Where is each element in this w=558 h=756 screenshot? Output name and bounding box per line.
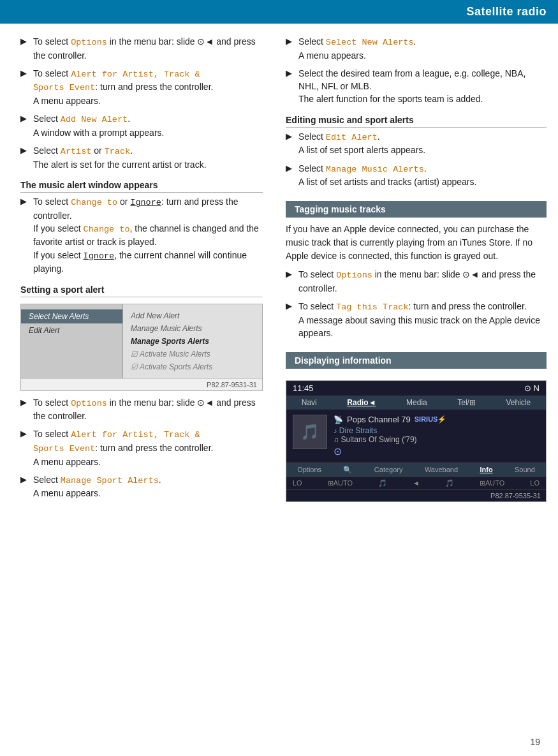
section-heading-tagging: Tagging music tracks xyxy=(286,201,547,218)
bottom-item-options[interactable]: Options xyxy=(297,466,321,474)
inline-code: Ignore xyxy=(130,198,161,207)
screen-left-item-edit-alert[interactable]: Edit Alert xyxy=(21,323,122,337)
display-bottom-bar: Options 🔍 Category Waveband Info Sound xyxy=(286,463,546,477)
screen-right-item-manage-music-alerts[interactable]: Manage Music Alerts xyxy=(131,322,254,335)
screen-right-item-add-new-alert[interactable]: Add New Alert xyxy=(131,309,254,322)
section-heading-sport-alert: Setting a sport alert xyxy=(20,285,263,297)
list-item: ▶ Select Select New Alerts.A menu appear… xyxy=(286,35,547,62)
list-item: ▶ To select Tag this Track: turn and pre… xyxy=(286,300,547,339)
bullet-arrow: ▶ xyxy=(20,474,31,500)
inline-code: Options xyxy=(336,271,372,280)
track-icon: ♫ xyxy=(334,436,339,443)
page-number: 19 xyxy=(530,737,540,747)
bullet-text: Select Manage Music Alerts.A list of set… xyxy=(298,162,547,189)
section-heading-music-alert: The music alert window appears xyxy=(20,180,263,193)
tagging-intro: If you have an Apple device connected, y… xyxy=(286,223,547,263)
section-heading-editing: Editing music and sport alerts xyxy=(286,115,547,128)
screenshot-sport-alert: Select New Alerts Edit Alert Add New Ale… xyxy=(20,304,263,391)
bullet-arrow: ▶ xyxy=(286,131,296,157)
inline-code: Select New Alerts xyxy=(326,38,414,47)
inline-code: Change to xyxy=(84,225,130,234)
page-header: Satellite radio xyxy=(0,0,558,24)
list-item: ▶ To select Change to or Ignore: turn an… xyxy=(20,195,263,276)
screen-left-item-select-new-alerts[interactable]: Select New Alerts xyxy=(21,309,122,323)
inline-code: Tag this Track xyxy=(336,302,408,312)
bullet-text: To select Options in the menu bar: slide… xyxy=(298,268,547,295)
list-item: ▶ To select Options in the menu bar: sli… xyxy=(286,268,547,295)
bottom-item-category[interactable]: Category xyxy=(374,466,403,474)
artist-icon: ♪ xyxy=(334,427,337,434)
section-editing-alerts: Editing music and sport alerts ▶ Select … xyxy=(286,115,547,189)
list-item: ▶ Select Manage Music Alerts.A list of s… xyxy=(286,162,547,189)
bullet-text: To select Change to or Ignore: turn and … xyxy=(33,195,263,276)
display-album-art: 🎵 xyxy=(293,415,327,449)
display-time: 11:45 xyxy=(293,383,314,393)
bullet-text: Select the desired team from a league, e… xyxy=(298,67,547,106)
bottom-item-info[interactable]: Info xyxy=(480,466,492,474)
display-status-right: ⊙ N xyxy=(524,383,540,393)
display-dot: ⊙ xyxy=(334,445,540,457)
list-item: ▶ Select Add New Alert.A window with a p… xyxy=(20,112,263,139)
display-topbar: 11:45 ⊙ N xyxy=(286,381,546,396)
screenshot-panels: Select New Alerts Edit Alert Add New Ale… xyxy=(21,304,262,378)
inline-code: Change to xyxy=(71,198,117,207)
display-status-bar: LO ⊞AUTO 🎵 ◄ 🎵 ⊞AUTO LO xyxy=(286,477,546,489)
list-item: ▶ To select Options in the menu bar: sli… xyxy=(20,35,263,62)
bottom-item-waveband[interactable]: Waveband xyxy=(425,466,458,474)
nav-item-radio[interactable]: Radio◄ xyxy=(347,398,376,407)
screen-left-panel: Select New Alerts Edit Alert xyxy=(21,304,123,378)
page-title: Satellite radio xyxy=(466,5,547,18)
bullet-arrow: ▶ xyxy=(20,145,31,171)
inline-code: Options xyxy=(71,399,107,408)
inline-code: Track xyxy=(105,147,131,156)
status-auto-left: ⊞AUTO xyxy=(328,479,353,487)
sirius-logo: SIRIUS⚡ xyxy=(415,415,447,424)
nav-item-media[interactable]: Media xyxy=(406,398,427,407)
section-displaying: Displaying information 11:45 ⊙ N Navi Ra… xyxy=(286,352,547,502)
list-item: ▶ Select Manage Sport Alerts.A menu appe… xyxy=(20,473,263,500)
inline-code: Manage Sport Alerts xyxy=(61,476,159,485)
status-lo-left: LO xyxy=(293,479,302,487)
bullet-arrow: ▶ xyxy=(20,196,31,276)
list-item: ▶ Select the desired team from a league,… xyxy=(286,67,547,106)
nav-item-vehicle[interactable]: Vehicle xyxy=(506,398,531,407)
inline-code: Ignore xyxy=(84,251,115,261)
channel-name: Pops Channel 79 xyxy=(347,415,411,424)
list-item: ▶ Select Edit Alert.A list of set sport … xyxy=(286,130,547,157)
channel-icon: 📡 xyxy=(334,415,343,424)
bottom-item-sound[interactable]: Sound xyxy=(515,466,535,474)
section-music-alert: The music alert window appears ▶ To sele… xyxy=(20,180,263,276)
display-channel-line: 📡 Pops Channel 79 SIRIUS⚡ xyxy=(334,415,540,424)
list-item: ▶ To select Options in the menu bar: sli… xyxy=(20,396,263,423)
bullet-arrow: ▶ xyxy=(20,397,31,423)
status-music-1: 🎵 xyxy=(378,479,387,487)
screen-right-panel: Add New Alert Manage Music Alerts Manage… xyxy=(123,304,262,378)
display-screenshot: 11:45 ⊙ N Navi Radio◄ Media Tel/⊞ Vehicl… xyxy=(286,380,547,502)
inline-code: Manage Music Alerts xyxy=(326,165,424,174)
bullet-arrow: ▶ xyxy=(20,428,31,468)
inline-code: Alert for Artist, Track &Sports Event xyxy=(33,70,200,93)
main-content: ▶ To select Options in the menu bar: sli… xyxy=(0,24,558,507)
screenshot-footnote: P82.87-9531-31 xyxy=(21,378,262,390)
display-nav: Navi Radio◄ Media Tel/⊞ Vehicle xyxy=(286,396,546,410)
nav-item-navi[interactable]: Navi xyxy=(302,398,317,407)
bullet-text: To select Options in the menu bar: slide… xyxy=(33,35,263,62)
bullet-arrow: ▶ xyxy=(286,300,296,339)
bullet-text: To select Alert for Artist, Track &Sport… xyxy=(33,67,263,107)
section-tagging: Tagging music tracks If you have an Appl… xyxy=(286,201,547,339)
right-column: ▶ Select Select New Alerts.A menu appear… xyxy=(274,35,558,507)
display-footnote: P82.87-9535-31 xyxy=(286,489,546,501)
display-artist: ♪ Dire Straits xyxy=(334,426,540,435)
bottom-item-search[interactable]: 🔍 xyxy=(343,466,352,474)
list-item: ▶ To select Alert for Artist, Track &Spo… xyxy=(20,427,263,468)
album-icon: 🎵 xyxy=(300,423,319,441)
bullet-text: Select Add New Alert.A window with a pro… xyxy=(33,112,263,139)
inline-code: Alert for Artist, Track &Sports Event xyxy=(33,430,200,454)
screen-right-item-activate-sports-alerts[interactable]: ☑ Activate Sports Alerts xyxy=(131,360,254,373)
nav-item-tel[interactable]: Tel/⊞ xyxy=(457,398,476,407)
screen-right-item-manage-sports-alerts[interactable]: Manage Sports Alerts xyxy=(131,335,254,348)
list-item: ▶ To select Alert for Artist, Track &Spo… xyxy=(20,67,263,107)
display-main-content: 🎵 📡 Pops Channel 79 SIRIUS⚡ ♪ Dire Strai… xyxy=(286,410,546,463)
screen-right-item-activate-music-alerts[interactable]: ☑ Activate Music Alerts xyxy=(131,348,254,360)
inline-code: Edit Alert xyxy=(326,133,378,142)
